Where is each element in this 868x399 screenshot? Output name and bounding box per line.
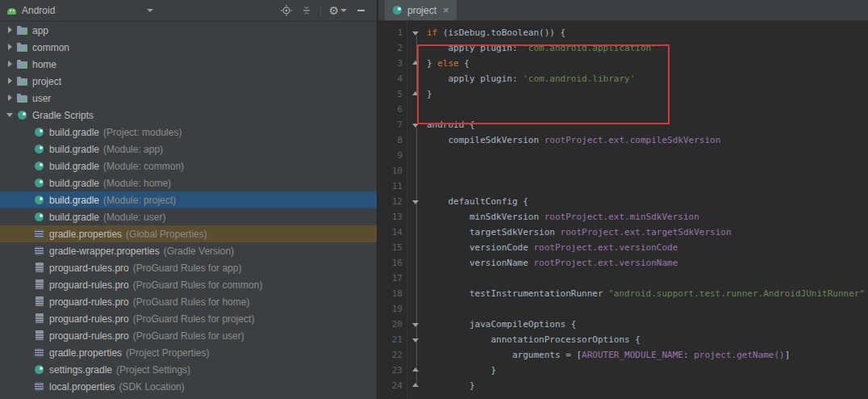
fold-toggle-icon[interactable] — [406, 317, 425, 332]
chevron-right-icon[interactable] — [5, 56, 17, 73]
tree-item-project[interactable]: project — [0, 73, 377, 90]
tree-item-gradle-wrapper-properties-gradle-version[interactable]: gradle-wrapper.properties(Gradle Version… — [0, 242, 377, 259]
tree-item-suffix: (Module: home) — [103, 178, 171, 189]
code-line-6[interactable]: 6 — [378, 102, 868, 117]
tree-item-gradle-scripts[interactable]: Gradle Scripts — [0, 107, 377, 124]
tree-item-build-gradle-module-home[interactable]: build.gradle(Module: home) — [0, 174, 377, 191]
code-line-5[interactable]: 5} — [378, 86, 868, 102]
fold-gutter — [406, 286, 425, 301]
line-number: 11 — [378, 178, 406, 194]
code-line-3[interactable]: 3} else { — [378, 56, 868, 71]
code-line-24[interactable]: 24 } — [378, 378, 868, 393]
code-text: versionCode rootProject.ext.versionCode — [425, 240, 678, 255]
locate-icon[interactable] — [280, 4, 293, 17]
code-line-7[interactable]: 7android { — [378, 117, 868, 132]
fold-toggle-icon[interactable] — [406, 378, 425, 393]
tree-item-gradle-properties-project-properties[interactable]: gradle.properties(Project Properties) — [0, 344, 377, 361]
code-line-13[interactable]: 13 minSdkVersion rootProject.ext.minSdkV… — [378, 209, 868, 225]
code-line-21[interactable]: 21 annotationProcessorOptions { — [378, 332, 868, 347]
hide-panel-icon[interactable] — [354, 4, 367, 17]
line-number: 14 — [378, 225, 406, 240]
fold-toggle-icon[interactable] — [406, 56, 425, 71]
editor-tab-bar: project × — [378, 0, 868, 21]
code-line-4[interactable]: 4 apply plugin: 'com.android.library' — [378, 71, 868, 86]
chevron-right-icon[interactable] — [5, 73, 17, 90]
code-area[interactable]: 1if (isDebug.toBoolean()) {2 apply plugi… — [378, 21, 868, 399]
fold-toggle-icon[interactable] — [406, 363, 425, 378]
code-line-11[interactable]: 11 — [378, 178, 868, 194]
code-text — [425, 102, 427, 117]
fold-toggle-icon[interactable] — [406, 332, 425, 347]
tree-item-label: build.gradle — [49, 161, 99, 172]
tree-item-settings-gradle-project-settings[interactable]: settings.gradle(Project Settings) — [0, 361, 377, 378]
tree-item-label: common — [32, 42, 69, 53]
tree-item-suffix: (ProGuard Rules for common) — [133, 279, 263, 291]
tree-item-app[interactable]: app — [0, 22, 377, 39]
tree-item-proguard-rules-pro-proguard-rules-for-app[interactable]: proguard-rules.pro(ProGuard Rules for ap… — [0, 259, 377, 276]
chevron-right-icon[interactable] — [5, 90, 17, 107]
tree-item-build-gradle-module-common[interactable]: build.gradle(Module: common) — [0, 158, 377, 174]
chevron-right-icon[interactable] — [5, 39, 17, 56]
project-tree: appcommonhomeprojectuserGradle Scriptsbu… — [0, 22, 377, 399]
code-token-plain: targetSdkVersion — [427, 227, 561, 237]
code-line-10[interactable]: 10 — [378, 163, 868, 178]
code-lines: 1if (isDebug.toBoolean()) {2 apply plugi… — [378, 25, 868, 393]
fold-toggle-icon[interactable] — [406, 86, 425, 102]
code-line-16[interactable]: 16 versionName rootProject.ext.versionNa… — [378, 255, 868, 271]
close-icon[interactable]: × — [443, 5, 449, 15]
tree-item-proguard-rules-pro-proguard-rules-for-home[interactable]: proguard-rules.pro(ProGuard Rules for ho… — [0, 293, 377, 310]
tree-item-label: build.gradle — [49, 144, 99, 155]
proguard-icon — [34, 330, 45, 341]
module-icon — [17, 42, 28, 52]
code-line-9[interactable]: 9 — [378, 148, 868, 163]
code-line-2[interactable]: 2 apply plugin: 'com.android.application… — [378, 40, 868, 56]
code-line-1[interactable]: 1if (isDebug.toBoolean()) { — [378, 25, 868, 40]
editor-tab-project[interactable]: project × — [385, 0, 457, 20]
view-selector-label: Android — [22, 5, 55, 16]
code-text: defaultConfig { — [425, 194, 528, 209]
line-number: 8 — [378, 132, 406, 148]
code-line-15[interactable]: 15 versionCode rootProject.ext.versionCo… — [378, 240, 868, 255]
code-line-12[interactable]: 12 defaultConfig { — [378, 194, 868, 209]
tree-item-suffix: (Project Settings) — [116, 364, 190, 376]
code-token-plain: defaultConfig { — [427, 196, 528, 207]
chevron-right-icon[interactable] — [5, 22, 17, 39]
tree-item-build-gradle-project-modules[interactable]: build.gradle(Project: modules) — [0, 124, 377, 141]
tree-item-suffix: (ProGuard Rules for project) — [133, 313, 255, 325]
settings-icon[interactable]: ⚙ — [328, 5, 347, 16]
code-line-18[interactable]: 18 testInstrumentationRunner "android.su… — [378, 286, 868, 301]
tree-item-build-gradle-module-app[interactable]: build.gradle(Module: app) — [0, 141, 377, 158]
fold-gutter — [406, 347, 425, 363]
code-line-17[interactable]: 17 — [378, 271, 868, 286]
tree-item-proguard-rules-pro-proguard-rules-for-common[interactable]: proguard-rules.pro(ProGuard Rules for co… — [0, 276, 377, 293]
tree-item-home[interactable]: home — [0, 56, 377, 73]
fold-gutter — [406, 271, 425, 286]
code-line-8[interactable]: 8 compileSdkVersion rootProject.ext.comp… — [378, 132, 868, 148]
code-line-14[interactable]: 14 targetSdkVersion rootProject.ext.targ… — [378, 225, 868, 240]
tree-item-suffix: (Module: user) — [103, 212, 165, 223]
collapse-all-icon[interactable] — [300, 4, 313, 17]
tree-item-build-gradle-module-user[interactable]: build.gradle(Module: user) — [0, 208, 377, 225]
code-line-19[interactable]: 19 — [378, 301, 868, 317]
chevron-down-icon[interactable] — [5, 107, 17, 124]
tree-item-build-gradle-module-project[interactable]: build.gradle(Module: project) — [0, 191, 377, 208]
code-token-plain: } — [427, 89, 432, 99]
fold-gutter — [406, 163, 425, 178]
fold-toggle-icon[interactable] — [406, 194, 425, 209]
code-line-20[interactable]: 20 javaCompileOptions { — [378, 317, 868, 332]
tree-item-user[interactable]: user — [0, 90, 377, 107]
tree-item-gradle-properties-global-properties[interactable]: gradle.properties(Global Properties) — [0, 225, 377, 242]
code-text: android { — [425, 117, 475, 132]
view-selector[interactable]: Android — [6, 5, 153, 16]
code-line-22[interactable]: 22 arguments = [AROUTER_MODULE_NAME: pro… — [378, 347, 868, 363]
proguard-icon — [34, 296, 45, 307]
tree-item-local-properties-sdk-location[interactable]: local.properties(SDK Location) — [0, 378, 377, 395]
tree-item-common[interactable]: common — [0, 39, 377, 56]
tree-item-proguard-rules-pro-proguard-rules-for-project[interactable]: proguard-rules.pro(ProGuard Rules for pr… — [0, 310, 377, 327]
code-token-plain: minSdkVersion — [427, 212, 545, 222]
fold-toggle-icon[interactable] — [406, 25, 425, 40]
code-line-23[interactable]: 23 } — [378, 363, 868, 378]
fold-toggle-icon[interactable] — [406, 117, 425, 132]
tree-item-proguard-rules-pro-proguard-rules-for-user[interactable]: proguard-rules.pro(ProGuard Rules for us… — [0, 327, 377, 344]
code-text: javaCompileOptions { — [425, 317, 576, 332]
